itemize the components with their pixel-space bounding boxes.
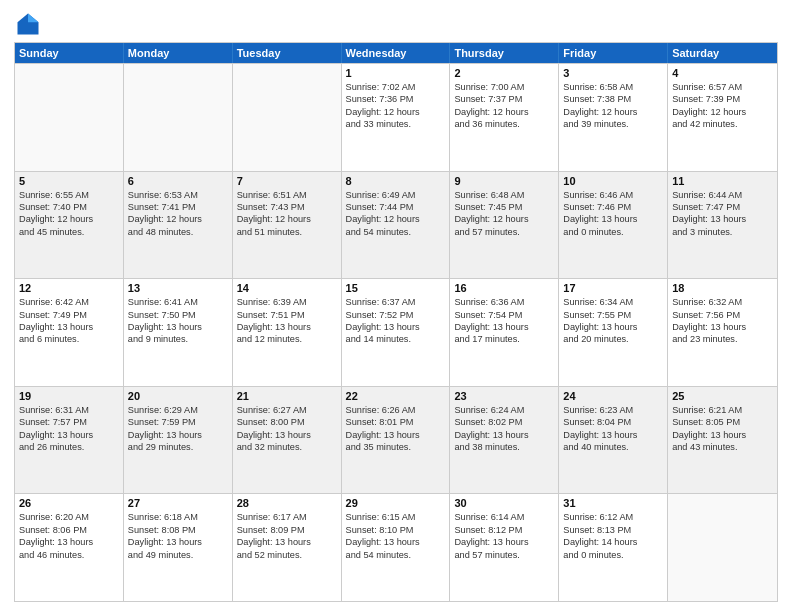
cell-info-line: Daylight: 12 hours xyxy=(346,106,446,118)
weekday-header-saturday: Saturday xyxy=(668,43,777,63)
cell-info-line: Sunset: 7:57 PM xyxy=(19,416,119,428)
cell-info-line: and 54 minutes. xyxy=(346,549,446,561)
cell-info-line: Daylight: 13 hours xyxy=(672,429,773,441)
cell-info-line: Sunrise: 6:17 AM xyxy=(237,511,337,523)
cell-info-line: Sunrise: 6:58 AM xyxy=(563,81,663,93)
day-number: 3 xyxy=(563,67,663,79)
cell-info-line: Daylight: 13 hours xyxy=(563,429,663,441)
cell-info-line: and 46 minutes. xyxy=(19,549,119,561)
cell-info-line: Sunset: 8:09 PM xyxy=(237,524,337,536)
cell-info-line: Sunset: 7:46 PM xyxy=(563,201,663,213)
day-cell-3: 3Sunrise: 6:58 AMSunset: 7:38 PMDaylight… xyxy=(559,64,668,171)
cell-info-line: Sunrise: 6:57 AM xyxy=(672,81,773,93)
cell-info-line: Sunrise: 6:26 AM xyxy=(346,404,446,416)
cell-info-line: Sunset: 8:02 PM xyxy=(454,416,554,428)
cell-info-line: Sunrise: 6:15 AM xyxy=(346,511,446,523)
cell-info-line: Daylight: 13 hours xyxy=(237,536,337,548)
cell-info-line: and 38 minutes. xyxy=(454,441,554,453)
cell-info-line: Sunset: 7:45 PM xyxy=(454,201,554,213)
day-number: 26 xyxy=(19,497,119,509)
cell-info-line: and 12 minutes. xyxy=(237,333,337,345)
day-number: 5 xyxy=(19,175,119,187)
cell-info-line: Sunrise: 6:18 AM xyxy=(128,511,228,523)
day-number: 24 xyxy=(563,390,663,402)
cell-info-line: Sunrise: 6:41 AM xyxy=(128,296,228,308)
day-number: 19 xyxy=(19,390,119,402)
day-cell-8: 8Sunrise: 6:49 AMSunset: 7:44 PMDaylight… xyxy=(342,172,451,279)
calendar-row-4: 26Sunrise: 6:20 AMSunset: 8:06 PMDayligh… xyxy=(15,493,777,601)
cell-info-line: and 49 minutes. xyxy=(128,549,228,561)
day-cell-18: 18Sunrise: 6:32 AMSunset: 7:56 PMDayligh… xyxy=(668,279,777,386)
day-number: 15 xyxy=(346,282,446,294)
weekday-header-sunday: Sunday xyxy=(15,43,124,63)
logo-icon xyxy=(14,10,42,38)
cell-info-line: Sunrise: 6:14 AM xyxy=(454,511,554,523)
cell-info-line: Sunrise: 6:39 AM xyxy=(237,296,337,308)
day-number: 18 xyxy=(672,282,773,294)
cell-info-line: Daylight: 13 hours xyxy=(454,321,554,333)
day-cell-1: 1Sunrise: 7:02 AMSunset: 7:36 PMDaylight… xyxy=(342,64,451,171)
cell-info-line: Sunrise: 6:49 AM xyxy=(346,189,446,201)
cell-info-line: Sunrise: 6:55 AM xyxy=(19,189,119,201)
cell-info-line: and 14 minutes. xyxy=(346,333,446,345)
cell-info-line: Daylight: 13 hours xyxy=(563,321,663,333)
day-number: 11 xyxy=(672,175,773,187)
day-cell-11: 11Sunrise: 6:44 AMSunset: 7:47 PMDayligh… xyxy=(668,172,777,279)
cell-info-line: and 42 minutes. xyxy=(672,118,773,130)
day-cell-16: 16Sunrise: 6:36 AMSunset: 7:54 PMDayligh… xyxy=(450,279,559,386)
cell-info-line: Sunset: 8:01 PM xyxy=(346,416,446,428)
weekday-header-thursday: Thursday xyxy=(450,43,559,63)
cell-info-line: Sunset: 7:36 PM xyxy=(346,93,446,105)
day-cell-5: 5Sunrise: 6:55 AMSunset: 7:40 PMDaylight… xyxy=(15,172,124,279)
day-number: 10 xyxy=(563,175,663,187)
cell-info-line: Daylight: 13 hours xyxy=(346,429,446,441)
day-cell-24: 24Sunrise: 6:23 AMSunset: 8:04 PMDayligh… xyxy=(559,387,668,494)
cell-info-line: Sunrise: 6:24 AM xyxy=(454,404,554,416)
day-cell-22: 22Sunrise: 6:26 AMSunset: 8:01 PMDayligh… xyxy=(342,387,451,494)
cell-info-line: Sunrise: 6:46 AM xyxy=(563,189,663,201)
day-cell-4: 4Sunrise: 6:57 AMSunset: 7:39 PMDaylight… xyxy=(668,64,777,171)
cell-info-line: Sunset: 7:37 PM xyxy=(454,93,554,105)
cell-info-line: Daylight: 12 hours xyxy=(454,106,554,118)
cell-info-line: Sunrise: 6:32 AM xyxy=(672,296,773,308)
cell-info-line: Sunset: 7:55 PM xyxy=(563,309,663,321)
weekday-header-friday: Friday xyxy=(559,43,668,63)
cell-info-line: and 35 minutes. xyxy=(346,441,446,453)
day-cell-17: 17Sunrise: 6:34 AMSunset: 7:55 PMDayligh… xyxy=(559,279,668,386)
day-number: 31 xyxy=(563,497,663,509)
cell-info-line: and 45 minutes. xyxy=(19,226,119,238)
cell-info-line: Sunset: 8:05 PM xyxy=(672,416,773,428)
calendar-body: 1Sunrise: 7:02 AMSunset: 7:36 PMDaylight… xyxy=(15,63,777,601)
cell-info-line: and 26 minutes. xyxy=(19,441,119,453)
cell-info-line: Sunrise: 6:27 AM xyxy=(237,404,337,416)
calendar-header: SundayMondayTuesdayWednesdayThursdayFrid… xyxy=(15,43,777,63)
cell-info-line: Sunset: 8:08 PM xyxy=(128,524,228,536)
cell-info-line: Sunrise: 7:00 AM xyxy=(454,81,554,93)
day-cell-21: 21Sunrise: 6:27 AMSunset: 8:00 PMDayligh… xyxy=(233,387,342,494)
cell-info-line: Daylight: 13 hours xyxy=(128,321,228,333)
day-number: 16 xyxy=(454,282,554,294)
day-cell-26: 26Sunrise: 6:20 AMSunset: 8:06 PMDayligh… xyxy=(15,494,124,601)
cell-info-line: Sunrise: 6:37 AM xyxy=(346,296,446,308)
cell-info-line: Daylight: 12 hours xyxy=(346,213,446,225)
cell-info-line: Sunrise: 6:48 AM xyxy=(454,189,554,201)
cell-info-line: Sunrise: 6:42 AM xyxy=(19,296,119,308)
day-number: 27 xyxy=(128,497,228,509)
empty-cell-4-6 xyxy=(668,494,777,601)
cell-info-line: and 57 minutes. xyxy=(454,549,554,561)
weekday-header-tuesday: Tuesday xyxy=(233,43,342,63)
day-cell-13: 13Sunrise: 6:41 AMSunset: 7:50 PMDayligh… xyxy=(124,279,233,386)
cell-info-line: and 29 minutes. xyxy=(128,441,228,453)
calendar-row-2: 12Sunrise: 6:42 AMSunset: 7:49 PMDayligh… xyxy=(15,278,777,386)
cell-info-line: Sunrise: 6:36 AM xyxy=(454,296,554,308)
cell-info-line: and 40 minutes. xyxy=(563,441,663,453)
day-cell-20: 20Sunrise: 6:29 AMSunset: 7:59 PMDayligh… xyxy=(124,387,233,494)
cell-info-line: and 54 minutes. xyxy=(346,226,446,238)
cell-info-line: Sunrise: 6:21 AM xyxy=(672,404,773,416)
cell-info-line: Sunset: 7:43 PM xyxy=(237,201,337,213)
cell-info-line: Sunset: 7:59 PM xyxy=(128,416,228,428)
cell-info-line: Daylight: 13 hours xyxy=(19,321,119,333)
day-cell-14: 14Sunrise: 6:39 AMSunset: 7:51 PMDayligh… xyxy=(233,279,342,386)
cell-info-line: Sunset: 7:51 PM xyxy=(237,309,337,321)
day-number: 30 xyxy=(454,497,554,509)
